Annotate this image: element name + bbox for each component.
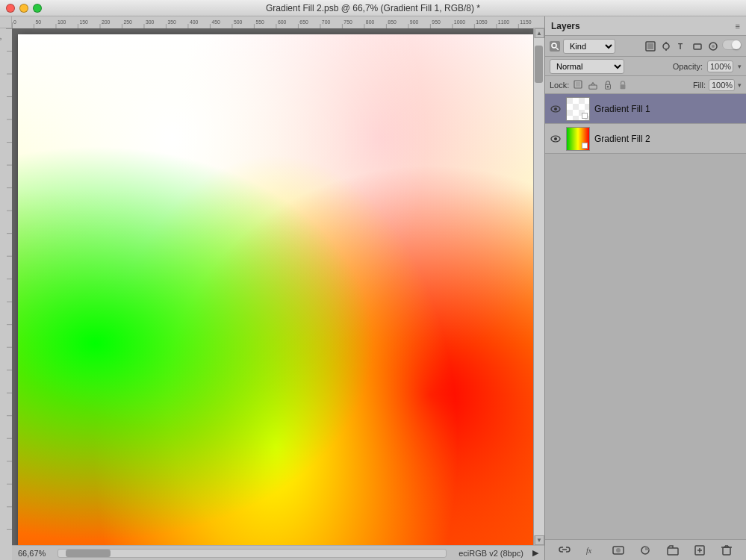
layers-list: Gradient Fill 1 Gradient Fill 2 (545, 94, 746, 539)
svg-point-94 (554, 108, 557, 111)
svg-text:750: 750 (344, 19, 352, 25)
svg-text:450: 450 (211, 19, 220, 25)
main-layout: 0 50 100 150 200 250 300 (0, 16, 746, 560)
svg-text:100: 100 (57, 19, 66, 25)
opacity-chevron-icon: ▾ (738, 63, 742, 70)
svg-text:600: 600 (278, 19, 287, 25)
filter-icon (550, 41, 560, 52)
lock-all-icon[interactable] (617, 79, 629, 91)
svg-text:200: 200 (102, 19, 111, 25)
svg-point-91 (607, 85, 609, 87)
new-layer-button[interactable] (691, 542, 708, 559)
fill-label: Fill: (693, 81, 706, 90)
gradient-canvas (18, 34, 533, 545)
horizontal-scrollbar[interactable] (57, 549, 447, 558)
svg-point-78 (663, 43, 669, 49)
titlebar: Gradient Fill 2.psb @ 66,7% (Gradient Fi… (0, 0, 746, 16)
svg-text:250: 250 (123, 19, 132, 25)
layer-item[interactable]: Gradient Fill 1 (545, 94, 746, 124)
maximize-button[interactable] (33, 4, 42, 13)
lock-label: Lock: (550, 81, 569, 90)
new-adjustment-button[interactable] (637, 542, 653, 559)
status-arrow[interactable]: ▶ (532, 548, 538, 558)
svg-text:150: 150 (79, 19, 88, 25)
svg-text:550: 550 (255, 19, 264, 25)
fill-value[interactable]: 100% (709, 79, 735, 91)
canvas-row: 0 (0, 28, 544, 560)
lock-transparent-icon[interactable] (572, 79, 584, 91)
layer-name: Gradient Fill 2 (594, 134, 650, 144)
svg-text:1050: 1050 (476, 19, 487, 25)
svg-text:700: 700 (322, 19, 331, 25)
svg-rect-49 (0, 28, 12, 560)
svg-text:fx: fx (586, 547, 592, 555)
layer-name: Gradient Fill 1 (594, 104, 650, 114)
filter-pixel-icon[interactable] (644, 40, 657, 53)
colorspace-info: eciRGB v2 (8bpc) (459, 549, 523, 558)
svg-text:400: 400 (190, 19, 199, 25)
svg-point-106 (554, 137, 557, 140)
layer-item[interactable]: Gradient Fill 2 (545, 124, 746, 154)
filter-adjustment-icon[interactable] (659, 40, 673, 53)
vertical-scrollbar[interactable]: ▲ ▼ (533, 28, 544, 545)
svg-text:850: 850 (388, 19, 397, 25)
svg-rect-89 (589, 85, 597, 89)
window-controls[interactable] (6, 4, 42, 13)
filter-row: Kind T (545, 36, 746, 57)
layers-panel-menu[interactable]: ≡ (736, 22, 740, 31)
svg-point-110 (616, 548, 621, 553)
lock-image-icon[interactable] (587, 79, 599, 91)
filter-type-icon[interactable]: T (675, 40, 689, 53)
svg-text:300: 300 (146, 19, 155, 25)
svg-rect-77 (647, 43, 653, 49)
layers-header: Layers ≡ (545, 16, 746, 36)
lock-position-icon[interactable] (602, 79, 614, 91)
filter-smart-icon[interactable] (706, 40, 720, 53)
canvas-with-scrollbars: ▲ ▼ 66,67% eciRGB v2 (8bpc) ▶ (12, 28, 544, 560)
close-button[interactable] (6, 4, 15, 13)
fx-button[interactable]: fx (583, 542, 600, 559)
svg-rect-112 (668, 548, 678, 555)
filter-toggle[interactable] (722, 40, 742, 50)
vertical-ruler: 0 (0, 28, 12, 560)
window-title: Gradient Fill 2.psb @ 66,7% (Gradient Fi… (266, 3, 480, 13)
horizontal-ruler: 0 50 100 150 200 250 300 (12, 16, 533, 28)
minimize-button[interactable] (19, 4, 28, 13)
layer-visibility-toggle[interactable] (550, 103, 562, 115)
new-group-button[interactable] (665, 542, 681, 559)
layer-thumbnail (566, 97, 590, 121)
add-mask-button[interactable] (610, 542, 627, 559)
link-layers-button[interactable] (556, 542, 573, 559)
svg-rect-92 (621, 84, 626, 89)
svg-text:50: 50 (35, 19, 41, 25)
blend-mode-row: Normal Opacity: 100% ▾ (545, 57, 746, 76)
canvas-inner: ▲ ▼ (12, 28, 544, 545)
delete-layer-button[interactable] (718, 542, 735, 559)
canvas-area: 0 50 100 150 200 250 300 (0, 16, 544, 560)
zoom-level: 66,67% (18, 549, 46, 558)
svg-text:1100: 1100 (498, 19, 509, 25)
svg-text:500: 500 (234, 19, 243, 25)
svg-rect-82 (694, 44, 701, 49)
filter-icons: T (644, 40, 742, 53)
svg-line-75 (556, 48, 559, 50)
canvas-document[interactable] (18, 34, 533, 545)
layer-visibility-toggle[interactable] (550, 133, 562, 145)
lock-row: Lock: Fill: 100% ▾ (545, 76, 746, 94)
filter-kind-dropdown[interactable]: Kind (563, 39, 615, 54)
layers-title: Layers (551, 21, 580, 31)
fill-chevron-icon: ▾ (738, 81, 742, 89)
layers-toolbar: fx (545, 539, 746, 560)
svg-point-74 (552, 43, 556, 48)
svg-text:1150: 1150 (520, 19, 531, 25)
svg-text:650: 650 (299, 19, 308, 25)
svg-text:T: T (678, 43, 683, 51)
layer-thumbnail (566, 127, 590, 151)
svg-rect-116 (723, 547, 730, 555)
svg-text:1000: 1000 (454, 19, 465, 25)
opacity-label: Opacity: (673, 62, 703, 71)
opacity-value[interactable]: 100% (707, 60, 733, 72)
svg-text:800: 800 (366, 19, 375, 25)
blend-mode-dropdown[interactable]: Normal (550, 59, 624, 74)
filter-shape-icon[interactable] (691, 40, 704, 53)
